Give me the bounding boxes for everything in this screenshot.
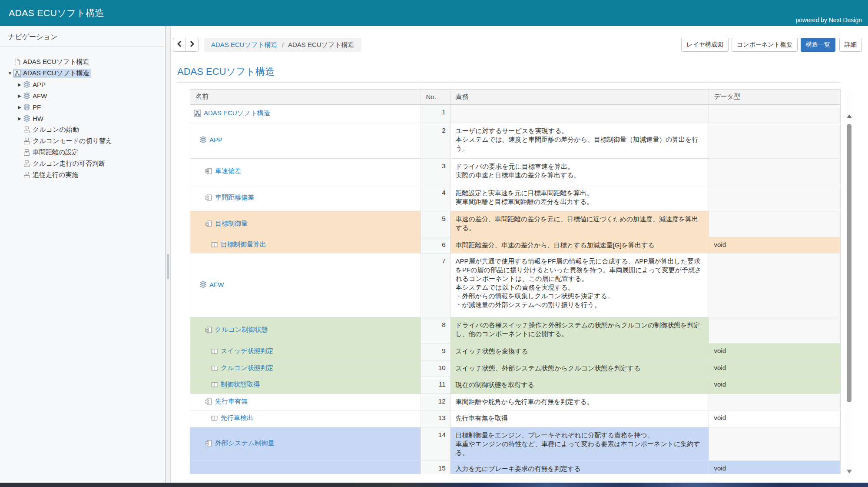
name-cell: 車間距離偏差 bbox=[190, 185, 421, 211]
sidebar-item[interactable]: ▶APP bbox=[0, 79, 165, 90]
row-number-cell: 1 bbox=[421, 104, 450, 123]
name-cell: クルコン制御状態 bbox=[190, 317, 421, 343]
element-name-link[interactable]: 外部システム制御量 bbox=[205, 439, 274, 447]
name-cell: クルコン状態判定 bbox=[190, 360, 421, 377]
duty-cell: 車間距離差分、車速の差分から、目標とする加減速量[G]を算出する bbox=[450, 237, 709, 253]
datatype-cell bbox=[709, 123, 840, 158]
sidebar-item[interactable]: ADAS ECUソフト構造 bbox=[0, 56, 165, 67]
table-row: APP2ユーザに対するサービスを実現する。 本システムでは、速度と車間距離の差分… bbox=[190, 123, 840, 158]
breadcrumb: ADAS ECUソフト構造 / ADAS ECUソフト構造 bbox=[204, 38, 361, 52]
component-icon bbox=[205, 440, 212, 447]
sidebar-item[interactable]: ▶HW bbox=[0, 113, 165, 124]
sidebar-item[interactable]: クルコン走行の可否判断 bbox=[0, 158, 165, 169]
datatype-cell bbox=[709, 185, 840, 211]
datatype-cell bbox=[709, 104, 840, 123]
panel-splitter[interactable] bbox=[165, 26, 171, 483]
name-cell: 制御状態取得 bbox=[190, 377, 421, 394]
element-name-link[interactable]: 目標制御量 bbox=[205, 220, 248, 228]
app-header: ADAS ECUソフト構造 powered by Next Design bbox=[0, 0, 868, 26]
duty-cell: 入力を元にブレーキ要求の有無を判定する 加速および緩やかな減速はエンジンで行う。… bbox=[450, 460, 709, 474]
layer-icon bbox=[23, 103, 31, 111]
table-row: 制御状態取得11現在の制御状態を取得するvoid bbox=[190, 377, 840, 394]
element-name-link[interactable]: 制御状態取得 bbox=[211, 380, 260, 389]
datatype-cell: void bbox=[709, 410, 840, 427]
row-number-cell: 9 bbox=[421, 343, 450, 360]
element-name-label: 車速偏差 bbox=[215, 167, 241, 175]
desktop-strip bbox=[0, 483, 868, 487]
title-rule bbox=[176, 82, 841, 83]
usecase-icon bbox=[23, 160, 31, 167]
forward-button[interactable] bbox=[186, 38, 199, 52]
element-name-link[interactable]: 先行車有無 bbox=[205, 397, 248, 406]
element-name-link[interactable]: ADAS ECUソフト構造 bbox=[194, 109, 270, 117]
sidebar-item-label: クルコンモードの切り替え bbox=[33, 137, 112, 145]
view-button-1[interactable]: レイヤ構成図 bbox=[681, 38, 729, 52]
element-name-link[interactable]: スイッチ状態判定 bbox=[211, 347, 273, 355]
scrollbar-thumb[interactable] bbox=[847, 124, 851, 402]
view-button-4[interactable]: 詳細 bbox=[839, 38, 862, 52]
element-name-label: APP bbox=[209, 136, 222, 143]
page-title: ADAS ECUソフト構造 bbox=[177, 65, 275, 78]
document-icon bbox=[13, 58, 21, 66]
view-button-2[interactable]: コンポーネント概要 bbox=[732, 38, 798, 52]
duty-cell: 車間距離や舵角から先行車の有無を判定する。 bbox=[450, 394, 709, 410]
sidebar-item-label: HW bbox=[33, 115, 43, 122]
element-name-link[interactable]: クルコン状態判定 bbox=[211, 364, 273, 372]
row-number-cell: 6 bbox=[421, 237, 450, 253]
sidebar-item-label: クルコン走行の可否判断 bbox=[33, 160, 105, 168]
component-icon bbox=[205, 326, 212, 334]
sidebar-item[interactable]: 車間距離の設定 bbox=[0, 147, 165, 158]
table-row: 先行車検出13先行車有無を取得void bbox=[190, 410, 840, 427]
sidebar-item-label: PF bbox=[33, 103, 41, 111]
element-name-link[interactable]: AFW bbox=[199, 281, 224, 288]
scrollbar-down-arrow[interactable] bbox=[847, 470, 852, 474]
element-name-label: クルコン制御状態 bbox=[215, 326, 268, 334]
duty-cell: 現在の制御状態を取得する bbox=[450, 377, 709, 394]
usecase-icon bbox=[23, 171, 31, 179]
name-cell: APP bbox=[190, 123, 421, 158]
element-name-label: 先行車有無 bbox=[215, 397, 248, 406]
name-cell bbox=[190, 460, 421, 474]
tree-expander-icon[interactable]: ▶ bbox=[17, 105, 23, 110]
sidebar-item-label: 車間距離の設定 bbox=[33, 148, 78, 157]
element-name-link[interactable]: 目標制御量算出 bbox=[211, 240, 266, 249]
operation-icon bbox=[211, 364, 218, 372]
sidebar-item[interactable]: ▶PF bbox=[0, 101, 165, 113]
sidebar-item[interactable]: ▶AFW bbox=[0, 90, 165, 101]
column-header: 名前 bbox=[190, 90, 421, 104]
sidebar-item[interactable]: ▼ADAS ECUソフト構造 bbox=[0, 67, 165, 79]
vertical-scrollbar[interactable] bbox=[845, 89, 853, 479]
forward-icon bbox=[190, 41, 194, 49]
element-name-link[interactable]: 先行車検出 bbox=[211, 414, 253, 422]
tree-expander-icon[interactable]: ▶ bbox=[17, 93, 23, 98]
sidebar-item[interactable]: クルコンの始動 bbox=[0, 124, 165, 135]
row-number-cell: 2 bbox=[421, 123, 450, 158]
sidebar-item[interactable]: クルコンモードの切り替え bbox=[0, 135, 165, 147]
tree-expander-icon[interactable]: ▶ bbox=[17, 116, 23, 121]
element-name-label: 制御状態取得 bbox=[221, 380, 260, 389]
scrollbar-up-arrow[interactable] bbox=[847, 114, 852, 118]
sidebar-item[interactable]: 追従走行の実施 bbox=[0, 169, 165, 180]
element-name-link[interactable]: 車間距離偏差 bbox=[205, 193, 254, 202]
duty-cell: APP層が共通で使用する情報をPF層の情報を元に合成する、APP層が算出した要求… bbox=[450, 253, 709, 317]
table-row: クルコン制御状態8ドライバの各種スイッチ操作と外部システムの状態からクルコンの制… bbox=[190, 317, 840, 343]
element-name-link[interactable]: 車速偏差 bbox=[205, 167, 241, 175]
breadcrumb-separator: / bbox=[282, 41, 284, 49]
table-row: ADAS ECUソフト構造1 bbox=[190, 104, 840, 123]
view-switch-buttons: レイヤ構成図コンポーネント概要構造一覧詳細 bbox=[681, 38, 862, 52]
operation-icon bbox=[211, 381, 218, 388]
splitter-grip[interactable] bbox=[167, 254, 169, 279]
component-icon bbox=[205, 167, 212, 175]
view-button-3[interactable]: 構造一覧 bbox=[801, 38, 835, 52]
row-number-cell: 13 bbox=[421, 410, 450, 427]
element-name-link[interactable]: クルコン制御状態 bbox=[205, 326, 268, 334]
back-button[interactable] bbox=[173, 38, 186, 52]
row-number-cell: 11 bbox=[421, 377, 450, 394]
tree-expander-icon[interactable]: ▶ bbox=[17, 82, 23, 87]
tree-expander-icon[interactable]: ▼ bbox=[7, 71, 13, 76]
element-name-label: 車間距離偏差 bbox=[215, 193, 254, 202]
breadcrumb-current: ADAS ECUソフト構造 bbox=[288, 41, 354, 49]
element-name-link[interactable]: APP bbox=[199, 136, 222, 143]
element-name-label: 目標制御量 bbox=[215, 220, 248, 228]
breadcrumb-parent-link[interactable]: ADAS ECUソフト構造 bbox=[211, 41, 278, 49]
